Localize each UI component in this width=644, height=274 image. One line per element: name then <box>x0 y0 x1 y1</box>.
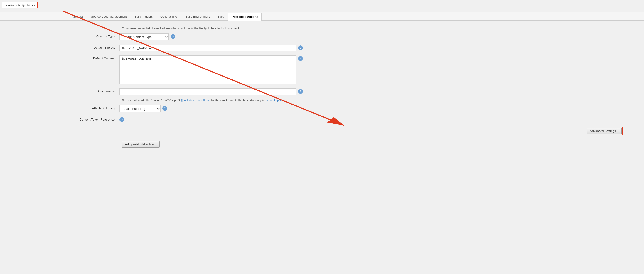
attachments-input[interactable] <box>120 88 296 95</box>
content-type-help-icon[interactable]: ? <box>170 34 175 39</box>
advanced-settings-highlight: Advanced Settings... <box>586 127 622 135</box>
default-subject-label: Default Subject <box>72 45 120 49</box>
add-post-build-label: Add post-build action <box>125 142 154 146</box>
attach-build-log-label: Attach Build Log <box>72 105 120 110</box>
tab-general[interactable]: General <box>69 13 87 20</box>
advanced-settings-button[interactable]: Advanced Settings... <box>587 128 622 134</box>
workspace-link[interactable]: the workspace <box>265 99 283 102</box>
breadcrumb-arrow-2: › <box>34 3 35 7</box>
content-token-reference-control: ? <box>120 116 632 122</box>
breadcrumb-item-testjenkins[interactable]: testjenkins <box>18 3 33 7</box>
reply-to-description: Comma-separated list of email address th… <box>69 25 303 31</box>
attachments-help-icon[interactable]: ? <box>298 89 303 94</box>
default-subject-help-icon[interactable]: ? <box>298 45 303 50</box>
content-area: Comma-separated list of email address th… <box>0 20 644 164</box>
bottom-bar: Add post-build action ▾ <box>69 137 634 151</box>
attachments-control: ? <box>120 88 632 95</box>
default-content-textarea[interactable]: $DEFAULT_CONTENT <box>120 55 296 84</box>
default-subject-row: Default Subject ? <box>69 43 634 53</box>
content-token-reference-label: Content Token Reference <box>72 116 120 121</box>
default-content-row: Default Content $DEFAULT_CONTENT ? <box>69 53 634 86</box>
attachments-label: Attachments <box>72 88 120 93</box>
attachments-row: Attachments ? <box>69 86 634 97</box>
breadcrumb: Jenkins › testjenkins › <box>2 2 38 8</box>
tab-bar: General Source Code Management Build Tri… <box>0 12 644 20</box>
breadcrumb-arrow-1: › <box>16 3 17 7</box>
tab-post-build[interactable]: Post-build Actions <box>228 13 262 20</box>
content-type-row: Content Type Default Content Type HTML P… <box>69 31 634 42</box>
default-subject-input[interactable] <box>120 45 296 51</box>
default-content-label: Default Content <box>72 55 120 60</box>
tab-optional-filter[interactable]: Optional filter <box>157 13 182 20</box>
default-content-control: $DEFAULT_CONTENT ? <box>120 55 632 84</box>
content-type-control: Default Content Type HTML Plain Text Bot… <box>120 33 632 40</box>
attach-build-log-row: Attach Build Log Attach Build Log No Com… <box>69 103 634 114</box>
tab-scm[interactable]: Source Code Management <box>88 13 130 20</box>
advanced-settings-row: Advanced Settings... <box>69 124 634 137</box>
attach-build-log-select[interactable]: Attach Build Log No Compress Build Log <box>120 105 160 112</box>
attach-build-log-help-icon[interactable]: ? <box>162 106 167 111</box>
breadcrumb-item-jenkins[interactable]: Jenkins <box>5 3 15 7</box>
add-post-build-dropdown-icon: ▾ <box>155 143 156 146</box>
content-token-reference-help-icon[interactable]: ? <box>120 117 124 122</box>
default-subject-control: ? <box>120 45 632 51</box>
add-post-build-button[interactable]: Add post-build action ▾ <box>122 141 160 148</box>
content-token-reference-row: Content Token Reference ? <box>69 115 634 124</box>
default-content-help-icon[interactable]: ? <box>298 56 303 61</box>
tab-build-triggers[interactable]: Build Triggers <box>131 13 156 20</box>
attachments-description: Can use wildcards like 'module/dist/**/*… <box>69 97 303 103</box>
content-type-select[interactable]: Default Content Type HTML Plain Text Bot… <box>120 33 169 40</box>
content-type-label: Content Type <box>72 33 120 38</box>
tab-build[interactable]: Build <box>214 13 228 20</box>
tab-build-env[interactable]: Build Environment <box>182 13 213 20</box>
ant-fileset-link[interactable]: @includes of Ant fileset <box>180 99 210 102</box>
attach-build-log-control: Attach Build Log No Compress Build Log ? <box>120 105 632 112</box>
